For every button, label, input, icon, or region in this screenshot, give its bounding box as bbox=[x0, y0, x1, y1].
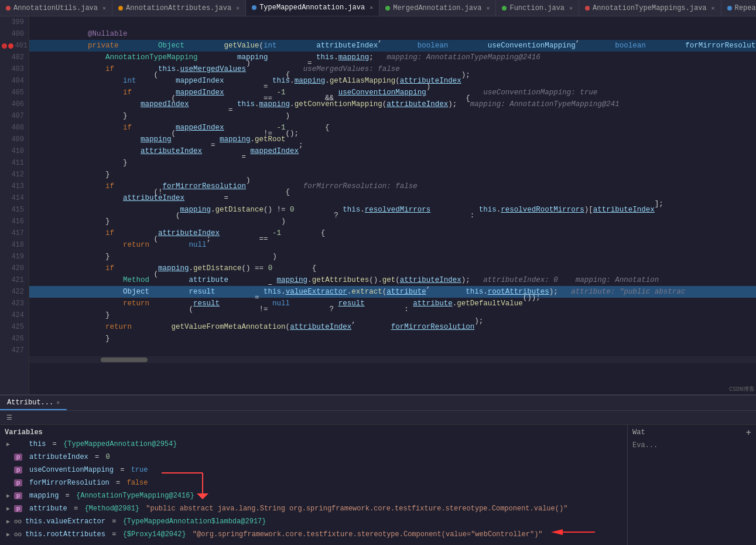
code-line-413: if (!forMirrorResolution) { forMirrorRes… bbox=[29, 180, 756, 192]
param-attributeindex: attributeIndex bbox=[316, 40, 378, 52]
tab-label: AnnotationAttributes.java bbox=[126, 4, 231, 12]
tab-mergedannotation[interactable]: MergedAnnotation.java ✕ bbox=[379, 0, 496, 16]
code-line-427 bbox=[29, 345, 756, 356]
tab-close-icon[interactable]: ✕ bbox=[711, 5, 715, 12]
tab-dot-orange bbox=[118, 6, 123, 11]
var-expand-this[interactable]: ▶ bbox=[5, 441, 12, 448]
tab-close-icon[interactable]: ✕ bbox=[569, 5, 573, 12]
var-name-fmr: forMirrorResolution bbox=[29, 479, 110, 487]
code-line-399 bbox=[29, 16, 756, 28]
tab-close-icon[interactable]: ✕ bbox=[486, 5, 490, 12]
code-line-411: } bbox=[29, 157, 756, 169]
num-0-415: 0 bbox=[290, 204, 295, 216]
var-expand-ra[interactable]: ▶ bbox=[5, 531, 12, 538]
hint-ai421: attributeIndex: 0 mapping: Annotation bbox=[483, 274, 659, 286]
line-num-400: 400 bbox=[0, 28, 29, 40]
kw-return423: return bbox=[123, 298, 149, 309]
tab-close-icon[interactable]: ✕ bbox=[370, 4, 373, 11]
tab-typemappedannotation[interactable]: TypeMappedAnnotation.java ✕ bbox=[246, 0, 379, 16]
code-line-415: (mapping.getDistance() != 0 ? this.resol… bbox=[29, 204, 756, 216]
line-num-417: 417 bbox=[0, 227, 29, 239]
line-num-424: 424 bbox=[0, 309, 29, 321]
panel-tab-label: Attribut... bbox=[7, 398, 53, 407]
param-mi406: mappedIndex bbox=[141, 98, 189, 110]
horizontal-scrollbar[interactable] bbox=[29, 356, 756, 363]
line-num-423: 423 bbox=[0, 298, 29, 309]
param-mappedindex: mappedIndex bbox=[176, 75, 224, 87]
param-formirrorresolution: forMirrorResolution bbox=[685, 40, 756, 52]
panel-tab-attribut[interactable]: Attribut... ✕ bbox=[0, 396, 67, 410]
tab-close-icon[interactable]: ✕ bbox=[102, 5, 106, 12]
code-editor[interactable]: @Nullable private Object getValue(int at… bbox=[29, 16, 756, 394]
param-mapping415: mapping bbox=[180, 204, 211, 216]
var-name-ra: this.rootAttributes bbox=[25, 530, 105, 539]
var-icon-p-attr: p bbox=[14, 505, 22, 512]
var-val-ra: {$Proxy14@2042} bbox=[123, 530, 186, 539]
var-item-attribute[interactable]: ▶ p attribute = {Method@2981} "public ab… bbox=[0, 502, 627, 515]
param-mapping409: mapping bbox=[141, 134, 172, 145]
tab-label: MergedAnnotation.java bbox=[393, 4, 481, 12]
scrollbar-thumb[interactable] bbox=[101, 357, 148, 362]
var-name-this: this bbox=[29, 440, 46, 448]
kw-return418: return bbox=[123, 239, 149, 251]
tab-annotationtypemappings[interactable]: AnnotationTypeMappings.java ✕ bbox=[579, 0, 721, 16]
line-num-406: 406 bbox=[0, 98, 29, 110]
tab-function[interactable]: Function.java ✕ bbox=[496, 0, 579, 16]
toolbar-icon-menu[interactable]: ☰ bbox=[5, 413, 14, 423]
field-resolverm415: resolvedRootMirrors bbox=[501, 204, 584, 216]
tab-annotationutils[interactable]: AnnotationUtils.java ✕ bbox=[0, 0, 112, 16]
num-neg1-405: -1 bbox=[277, 87, 286, 98]
kw-this415a: this bbox=[343, 204, 360, 216]
line-num-418: 418 bbox=[0, 239, 29, 251]
tab-dot-red bbox=[6, 6, 11, 11]
line-numbers: 399 400 401 402 403 404 405 406 407 408 … bbox=[0, 16, 29, 356]
var-item-this[interactable]: ▶ this = {TypeMappedAnnotation@2954} bbox=[0, 438, 627, 451]
var-item-ve[interactable]: ▶ oo this.valueExtractor = {TypeMappedAn… bbox=[0, 515, 627, 528]
tab-label: RepeatableContainers.java bbox=[735, 4, 756, 12]
tab-repeatablecontainers[interactable]: RepeatableContainers.java ✕ bbox=[721, 0, 756, 16]
param-result423b: result bbox=[338, 298, 365, 309]
variables-area: Variables ▶ this = {TypeMappedAnnotation… bbox=[0, 425, 756, 545]
var-icon-oo-ve: oo bbox=[14, 518, 22, 525]
line-number-gutter: 399 400 401 402 403 404 405 406 407 408 … bbox=[0, 16, 29, 394]
var-item-attributeindex[interactable]: p attributeIndex = 0 bbox=[0, 451, 627, 464]
line-num-412: 412 bbox=[0, 169, 29, 180]
panel-tab-close-icon[interactable]: ✕ bbox=[56, 399, 60, 406]
tab-close-icon[interactable]: ✕ bbox=[236, 5, 240, 12]
line-num-421: 421 bbox=[0, 274, 29, 286]
var-item-fmr[interactable]: p forMirrorResolution = false bbox=[0, 476, 627, 489]
breakpoint-dot-red bbox=[2, 43, 7, 49]
var-icon-none bbox=[14, 440, 27, 448]
tab-bar: AnnotationUtils.java ✕ AnnotationAttribu… bbox=[0, 0, 756, 16]
var-val-ve: {TypeMappedAnnotation$lambda@2917} bbox=[123, 517, 266, 526]
code-line-410: attributeIndex = mappedIndex; bbox=[29, 145, 756, 157]
breakpoint-dot-arrow bbox=[8, 43, 13, 49]
bottom-panel: Attribut... ✕ ☰ Variables ▶ this = {Type… bbox=[0, 394, 756, 545]
field-mapping: mapping bbox=[338, 52, 370, 63]
fn-getroot: getRoot bbox=[255, 134, 286, 145]
var-eq-fmr: = bbox=[112, 479, 125, 487]
tab-dot-blue2 bbox=[727, 6, 732, 11]
fn-getvaluemeta: getValueFromMetaAnnotation bbox=[172, 321, 286, 333]
var-expand-fmr bbox=[5, 479, 12, 486]
var-expand-attr[interactable]: ▶ bbox=[5, 505, 12, 512]
var-val-this: {TypeMappedAnnotation@2954} bbox=[63, 440, 177, 448]
line-num-411: 411 bbox=[0, 157, 29, 169]
watch-add-button[interactable]: + bbox=[745, 428, 751, 438]
var-item-mapping[interactable]: ▶ p mapping = {AnnotationTypeMapping@241… bbox=[0, 489, 627, 502]
tab-annotationattributes[interactable]: AnnotationAttributes.java ✕ bbox=[112, 0, 246, 16]
var-item-ra[interactable]: ▶ oo this.rootAttributes = {$Proxy14@204… bbox=[0, 528, 627, 541]
type-object: Object bbox=[158, 40, 184, 52]
line-num-419: 419 bbox=[0, 251, 29, 263]
var-name-ai: attributeIndex bbox=[29, 453, 88, 461]
var-eq-ra: = bbox=[108, 530, 121, 539]
var-expand-ve[interactable]: ▶ bbox=[5, 518, 12, 525]
line-num-425: 425 bbox=[0, 321, 29, 333]
var-expand-mapping[interactable]: ▶ bbox=[5, 492, 12, 499]
var-item-ucm[interactable]: p useConventionMapping = true bbox=[0, 464, 627, 476]
param-ai425: attributeIndex bbox=[290, 321, 351, 333]
fn-getatts: getAttributes bbox=[312, 274, 370, 286]
var-eq-mapping: = bbox=[61, 492, 74, 500]
line-num-416: 416 bbox=[0, 216, 29, 227]
tab-label: TypeMappedAnnotation.java bbox=[259, 4, 365, 12]
